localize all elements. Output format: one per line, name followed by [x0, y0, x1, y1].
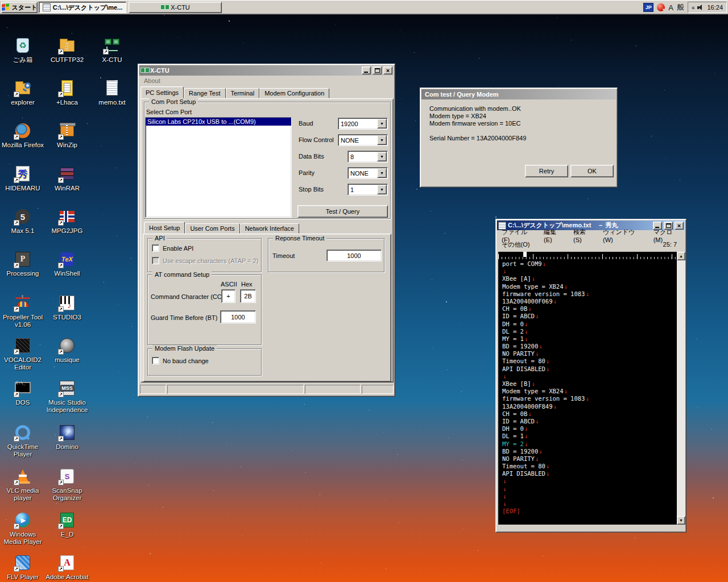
- desktop-icon-mus[interactable]: ↗musique: [45, 336, 89, 364]
- editor-line: XBee [A]↓: [502, 275, 677, 282]
- language-badge[interactable]: JP: [643, 3, 653, 12]
- desktop-icon-firefox[interactable]: ↗Mozilla Firefox: [1, 122, 45, 149]
- editor-line: port = COM9↓: [502, 260, 677, 268]
- shortcut-arrow-icon: ↗: [58, 436, 64, 442]
- desktop-icon-explorer[interactable]: ↗explorer: [1, 79, 45, 106]
- editor-text-area[interactable]: port = COM9↓↓XBee [A]↓Modem type = XB24↓…: [498, 259, 677, 525]
- comtest-line: Modem type = XB24: [429, 113, 526, 120]
- desktop-icon-mss[interactable]: MSS↗Music Studio Independence: [45, 379, 89, 414]
- speaker-icon[interactable]: [697, 4, 704, 11]
- data-bits-label: Data Bits: [299, 153, 324, 160]
- enable-api-box[interactable]: [152, 244, 159, 252]
- desktop-icon-st3[interactable]: ♪↗STUDIO3: [45, 294, 89, 321]
- desktop-icon-flv[interactable]: ↗FLV Player: [1, 554, 45, 581]
- desktop-icon-proc[interactable]: P↗Processing: [1, 250, 45, 277]
- desktop-icon-qt[interactable]: ↗QuickTime Player: [1, 423, 45, 458]
- start-button[interactable]: スタート: [1, 2, 38, 13]
- subtab-network-interface[interactable]: Network Interface: [240, 223, 299, 234]
- taskbar-button-xctu[interactable]: X-CTU: [129, 2, 222, 13]
- shortcut-arrow-icon: ↗: [14, 177, 19, 183]
- desktop-icon-ed[interactable]: ED↗E_D: [45, 511, 89, 538]
- desktop-icon-hide[interactable]: 秀↗HIDEMARU: [1, 165, 45, 192]
- desktop-icon-acro[interactable]: A↗Adobe Acrobat 8 Standard: [45, 554, 89, 582]
- tray-red-ball-icon[interactable]: [657, 3, 665, 11]
- newline-mark: ↓: [502, 485, 506, 492]
- desktop-icon-flagno[interactable]: ↗MPG2JPG: [45, 207, 89, 235]
- editor-line-text: XBee [A]: [502, 275, 531, 282]
- desktop-icon-prop[interactable]: ↗Propeller Tool v1.06: [1, 294, 45, 329]
- desktop-icon-cutftp[interactable]: FTP↗CUTFTP32: [45, 36, 89, 64]
- star: [649, 560, 650, 560]
- retry-button[interactable]: Retry: [525, 165, 568, 177]
- parity-select[interactable]: NONE▼: [348, 167, 388, 179]
- star: [150, 553, 151, 554]
- stop-bits-select[interactable]: 1▼: [348, 184, 388, 196]
- desktop-icon-winrar[interactable]: ↗WinRAR: [45, 165, 89, 192]
- ime-kind[interactable]: 般: [677, 2, 684, 13]
- dropdown-arrow-icon[interactable]: ▼: [377, 119, 387, 128]
- tray-chevron[interactable]: «: [692, 5, 695, 11]
- desktop-icon-xctu[interactable]: ↗X-CTU: [90, 36, 134, 64]
- desktop-icon-max[interactable]: 5↗Max 5.1: [1, 207, 45, 235]
- com-port-item[interactable]: Silicon Labs CP210x USB to ...(COM9): [146, 118, 291, 126]
- com-port-list[interactable]: Silicon Labs CP210x USB to ...(COM9): [145, 117, 292, 218]
- desktop-icon-dos[interactable]: C:\_↗DOS: [1, 379, 45, 406]
- enable-api-checkbox[interactable]: Enable API: [152, 244, 193, 252]
- desktop-icon-label: Max 5.1: [1, 227, 45, 235]
- ok-button[interactable]: OK: [570, 165, 614, 177]
- comtest-title: Com test / Query Modem: [423, 91, 615, 98]
- flow-control-select[interactable]: NONE▼: [338, 134, 388, 146]
- xctu-minimize-button[interactable]: [362, 66, 371, 74]
- desktop-icon-voc[interactable]: ↗VOCALOID2 Editor: [1, 336, 45, 371]
- desktop-icon-vlc[interactable]: ↗VLC media player: [1, 467, 45, 502]
- star: [117, 236, 117, 236]
- xctu-close-button[interactable]: ×: [383, 66, 392, 74]
- ime-mode[interactable]: A: [668, 3, 673, 12]
- scroll-down-button[interactable]: ▼: [677, 516, 685, 525]
- dropdown-arrow-icon[interactable]: ▼: [377, 135, 387, 145]
- desktop-icon-tex[interactable]: TeX↗WinShell: [45, 250, 89, 277]
- dropdown-arrow-icon[interactable]: ▼: [377, 168, 387, 178]
- command-character-ascii-field[interactable]: +: [221, 289, 235, 303]
- newline-mark: ↓: [524, 433, 528, 439]
- desktop-icon-winzip[interactable]: ↗WinZip: [45, 122, 89, 149]
- editor-scrollbar[interactable]: ▲ ▼: [677, 252, 685, 525]
- desktop-icon-wmp[interactable]: ▶↗Windows Media Player: [1, 511, 45, 546]
- timeout-field[interactable]: 1000: [326, 250, 382, 261]
- desktop-icon-memo[interactable]: memo.txt: [90, 79, 134, 106]
- tab-range-test[interactable]: Range Test: [184, 88, 225, 98]
- test-query-button[interactable]: Test / Query: [297, 205, 388, 218]
- editor-line-text: Timeout = 80: [502, 463, 545, 469]
- command-character-hex-field[interactable]: 2B: [240, 289, 256, 303]
- no-baud-change-box[interactable]: [152, 357, 159, 364]
- desktop-icon-lhaca[interactable]: ↗+Lhaca: [45, 79, 89, 106]
- comtest-titlebar[interactable]: Com test / Query Modem: [421, 89, 616, 99]
- dropdown-arrow-icon[interactable]: ▼: [377, 152, 387, 161]
- subtab-user-com-ports[interactable]: User Com Ports: [185, 223, 239, 234]
- tab-pc-settings[interactable]: PC Settings: [140, 86, 184, 98]
- desktop-icon-dom[interactable]: ♪↗Domino: [45, 423, 89, 451]
- com-port-setup-label: Com Port Setup: [149, 98, 198, 105]
- tab-terminal[interactable]: Terminal: [226, 88, 260, 98]
- star: [715, 73, 715, 74]
- tab-modem-configuration[interactable]: Modem Configuration: [259, 88, 329, 98]
- editor-line: firmware version = 1083↓: [502, 290, 677, 298]
- xctu-window-title: X-CTU: [150, 67, 360, 74]
- memo-menu-others[interactable]: その他(O): [497, 239, 534, 250]
- menu-about[interactable]: About: [140, 77, 164, 84]
- desktop-icon-scan[interactable]: S↗ScanSnap Organizer: [45, 467, 89, 502]
- dropdown-arrow-icon[interactable]: ▼: [377, 185, 387, 194]
- scroll-track[interactable]: [677, 260, 685, 516]
- subtab-host-setup[interactable]: Host Setup: [144, 222, 185, 234]
- no-baud-change-checkbox[interactable]: No baud change: [152, 357, 209, 364]
- tex-icon: TeX↗: [58, 250, 76, 268]
- xctu-maximize-button[interactable]: [373, 66, 382, 74]
- guard-time-field[interactable]: 1000: [220, 310, 256, 323]
- editor-line: XBee [B]↓: [502, 380, 677, 388]
- scroll-up-button[interactable]: ▲: [677, 252, 685, 260]
- baud-select[interactable]: 19200▼: [338, 118, 388, 130]
- data-bits-select[interactable]: 8▼: [348, 151, 388, 163]
- taskbar-button-memo[interactable]: C:\...\デスクトップ\me...: [39, 2, 126, 13]
- xctu-titlebar[interactable]: X-CTU ×: [139, 65, 394, 76]
- desktop-icon-trash[interactable]: ♻ごみ箱: [1, 36, 45, 64]
